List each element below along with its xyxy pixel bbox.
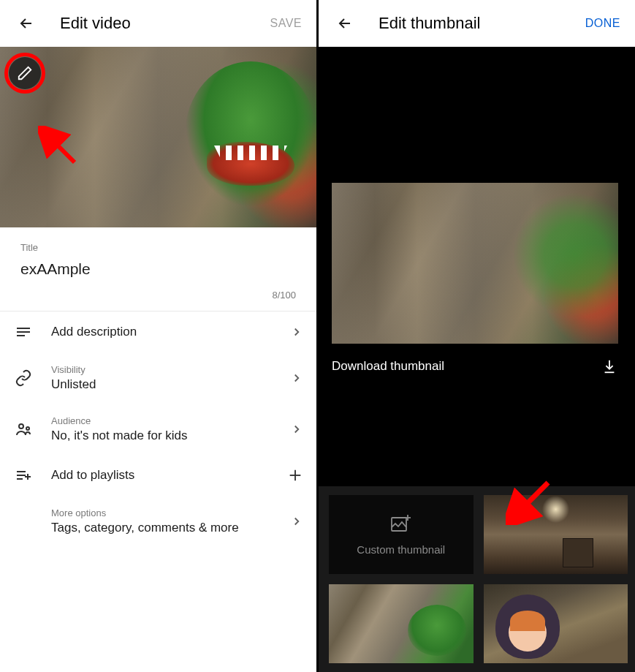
back-button[interactable] <box>335 13 355 34</box>
arrow-left-icon <box>336 15 354 32</box>
title-char-count: 8/100 <box>0 285 316 312</box>
chevron-right-icon <box>290 325 303 339</box>
description-icon <box>15 323 32 341</box>
image-add-icon <box>391 514 411 533</box>
back-button[interactable] <box>16 13 37 34</box>
visibility-label: Visibility <box>51 364 290 375</box>
custom-thumbnail-label: Custom thumbnail <box>357 543 445 556</box>
thumbnail-grid: Custom thumbnail <box>319 486 635 672</box>
edit-video-panel: Edit video SAVE Title exAAmple 8/100 Add… <box>0 0 319 672</box>
title-value: exAAmple <box>20 260 296 278</box>
title-label: Title <box>20 242 296 253</box>
chevron-right-icon <box>290 423 303 436</box>
arrow-left-icon <box>18 15 35 32</box>
download-icon <box>601 358 617 374</box>
more-options-label: More options <box>51 507 290 518</box>
custom-thumbnail-tile[interactable]: Custom thumbnail <box>329 495 474 574</box>
playlists-label: Add to playlists <box>51 468 287 483</box>
svg-point-4 <box>19 424 23 429</box>
edit-thumbnail-button[interactable] <box>9 57 41 89</box>
more-options-row[interactable]: More options Tags, category, comments & … <box>0 496 316 547</box>
annotation-box <box>329 495 474 574</box>
add-description-row[interactable]: Add description <box>0 312 316 352</box>
done-button[interactable]: DONE <box>585 17 620 30</box>
save-button[interactable]: SAVE <box>270 17 303 30</box>
audience-value: No, it's not made for kids <box>51 429 290 443</box>
audience-label: Audience <box>51 415 290 426</box>
pencil-icon <box>17 65 33 81</box>
visibility-row[interactable]: Visibility Unlisted <box>0 352 316 404</box>
link-icon <box>15 369 32 387</box>
title-field[interactable]: Title exAAmple <box>0 227 316 285</box>
thumbnail-option-3[interactable] <box>484 584 628 663</box>
download-button[interactable] <box>601 358 617 374</box>
more-options-value: Tags, category, comments & more <box>51 521 290 535</box>
chevron-right-icon <box>290 515 303 528</box>
header-title: Edit video <box>60 14 270 33</box>
edit-video-header: Edit video SAVE <box>0 0 316 47</box>
playlist-add-icon <box>15 467 32 484</box>
audience-icon <box>15 420 32 438</box>
plus-icon <box>287 467 303 483</box>
thumbnail-preview <box>332 183 618 344</box>
chevron-right-icon <box>290 371 303 385</box>
download-thumbnail-label: Download thumbnail <box>332 359 601 374</box>
edit-thumbnail-header: Edit thumbnail DONE <box>319 0 635 47</box>
edit-thumbnail-panel: Edit thumbnail DONE Download thumbnail <box>319 0 635 672</box>
thumbnail-option-1[interactable] <box>484 495 628 574</box>
audience-row[interactable]: Audience No, it's not made for kids <box>0 404 316 455</box>
thumbnail-editor-body: Download thumbnail Custom thumbnail <box>319 47 635 672</box>
header-title: Edit thumbnail <box>379 14 585 33</box>
video-preview[interactable] <box>0 47 316 227</box>
add-to-playlists-row[interactable]: Add to playlists <box>0 455 316 496</box>
description-label: Add description <box>51 325 290 339</box>
download-thumbnail-row[interactable]: Download thumbnail <box>319 344 635 374</box>
thumbnail-option-2[interactable] <box>329 584 474 663</box>
visibility-value: Unlisted <box>51 377 290 392</box>
svg-point-5 <box>26 427 29 430</box>
